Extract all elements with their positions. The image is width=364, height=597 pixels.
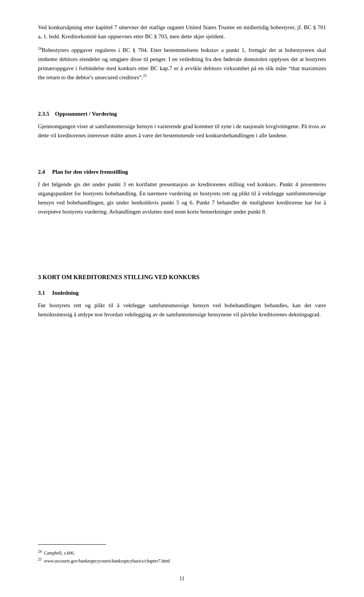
section-235-number: 2.3.5 [38,111,49,117]
paragraph-1: Ved konkursåpning etter kapittel 7 utnev… [38,23,326,41]
section-235-title: Oppsummert / Vurdering [55,111,117,117]
section-31-number: 3.1 [38,290,45,296]
section-235-text: Gjennomgangen viser at samfunnsmessige h… [38,122,326,140]
footnote-24-text: Campbell, s.606. [44,550,75,556]
footnote-25-number: 25 [38,557,42,561]
section-24-heading: 2.4 Plan for den videre fremstilling [38,169,326,175]
footnote-ref-25: 25 [143,74,147,78]
section-31-text: Før bostyrets rett og plikt til å vektle… [38,301,326,319]
section-31-title: Innledning [52,290,79,296]
footnote-24-number: 24 [38,549,42,553]
footnote-ref-24: 24 [38,46,42,50]
section-24-title: Plan for den videre fremstilling [52,169,128,175]
section-24-text: I det følgende gis det under punkt 3 en … [38,180,326,216]
spacer-3 [38,221,326,251]
footnote-25: 25 www.uscourts.gov/bankruptcycourts/ban… [38,556,326,564]
footnote-divider [38,544,106,545]
footnote-area: 24 Campbell, s.606. 25 www.uscourts.gov/… [38,529,326,582]
content-area: Ved konkursåpning etter kapittel 7 utnev… [38,23,326,369]
section-31-heading: 3.1 Innledning [38,290,326,296]
page-number: 11 [38,576,326,582]
section-235-heading: 2.3.5 Oppsummert / Vurdering [38,111,326,117]
spacer-1 [38,86,326,102]
spacer-2 [38,145,326,160]
page: Ved konkursåpning etter kapittel 7 utnev… [0,0,364,597]
section-3-heading: 3 KORT OM KREDITORENES STILLING VED KONK… [38,274,326,281]
footnote-24: 24 Campbell, s.606. [38,548,326,556]
section-24-number: 2.4 [38,169,45,175]
paragraph-2: 24Bobestyrers oppgaver reguleres i BC § … [38,46,326,82]
footnote-25-text: www.uscourts.gov/bankruptcycourts/bankru… [44,558,170,564]
